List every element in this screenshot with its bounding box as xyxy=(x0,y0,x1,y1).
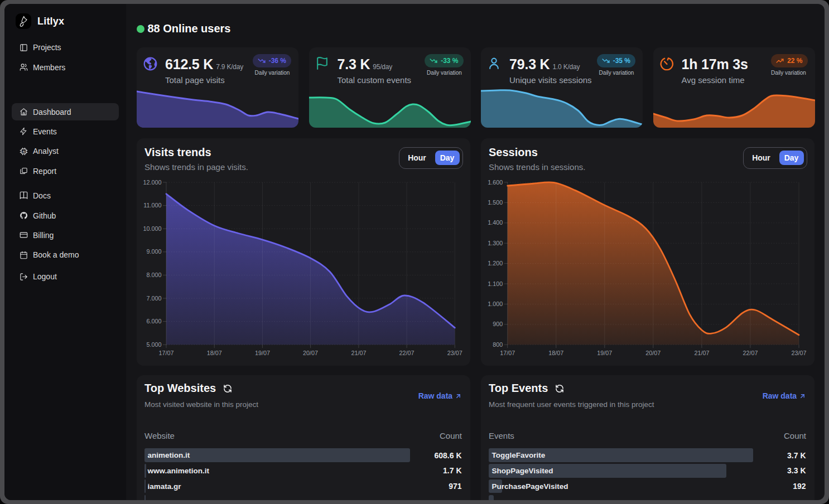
svg-text:17/07: 17/07 xyxy=(500,350,515,356)
svg-text:21/07: 21/07 xyxy=(694,350,709,356)
svg-text:6.000: 6.000 xyxy=(146,318,161,324)
svg-text:23/07: 23/07 xyxy=(447,350,462,356)
svg-text:1.100: 1.100 xyxy=(488,280,503,287)
svg-text:22/07: 22/07 xyxy=(743,350,758,356)
svg-text:1.200: 1.200 xyxy=(488,260,503,266)
svg-text:12.000: 12.000 xyxy=(143,179,161,186)
svg-text:17/07: 17/07 xyxy=(158,350,173,356)
svg-text:9.000: 9.000 xyxy=(146,248,161,255)
svg-text:AI: AI xyxy=(22,149,26,153)
svg-text:7.000: 7.000 xyxy=(146,295,161,302)
svg-text:1.000: 1.000 xyxy=(488,301,503,307)
svg-text:1.500: 1.500 xyxy=(488,199,503,206)
svg-text:11.000: 11.000 xyxy=(143,202,161,209)
svg-text:23/07: 23/07 xyxy=(791,350,806,356)
svg-text:18/07: 18/07 xyxy=(207,350,222,356)
svg-text:5.000: 5.000 xyxy=(146,341,161,348)
svg-text:20/07: 20/07 xyxy=(303,350,318,356)
svg-text:19/07: 19/07 xyxy=(597,350,612,356)
svg-text:19/07: 19/07 xyxy=(255,350,270,356)
svg-text:1.600: 1.600 xyxy=(488,179,503,186)
svg-text:10.000: 10.000 xyxy=(143,225,161,232)
svg-text:21/07: 21/07 xyxy=(351,350,366,356)
svg-text:1.300: 1.300 xyxy=(488,240,503,246)
svg-text:900: 900 xyxy=(493,321,503,327)
svg-text:1.400: 1.400 xyxy=(488,219,503,226)
svg-text:20/07: 20/07 xyxy=(645,350,661,356)
svg-text:22/07: 22/07 xyxy=(399,350,414,356)
svg-text:18/07: 18/07 xyxy=(548,350,563,356)
svg-text:800: 800 xyxy=(493,341,503,348)
svg-text:8.000: 8.000 xyxy=(146,272,161,278)
